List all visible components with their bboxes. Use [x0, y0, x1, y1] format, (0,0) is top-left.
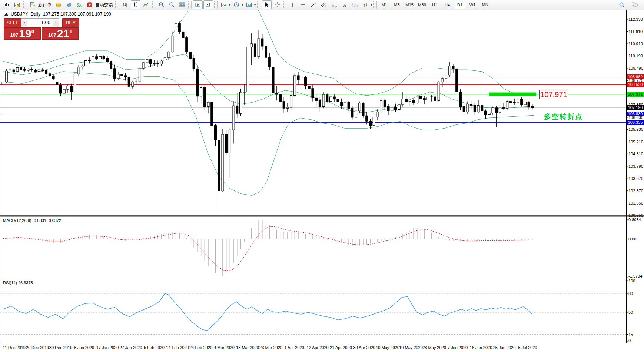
buy-price-big: 21	[57, 28, 69, 39]
timeframe-button-mn[interactable]: MN	[479, 1, 491, 9]
zoom-in-button[interactable]	[157, 0, 166, 9]
timeframe-button-h4[interactable]: H4	[441, 1, 454, 9]
candle-body	[178, 23, 180, 32]
candle-body	[77, 67, 80, 74]
shapes-button[interactable]	[361, 0, 370, 9]
candle-body	[344, 102, 346, 106]
date-label: 5 Feb 2020	[144, 345, 165, 350]
line-chart-button[interactable]	[141, 0, 151, 9]
volume-input[interactable]	[27, 18, 53, 26]
timeframe-button-m30[interactable]: M30	[416, 1, 428, 9]
periods-button[interactable]	[232, 0, 241, 9]
buy-price-display[interactable]: 107 21 1	[42, 27, 79, 40]
new-order-label: 新订单	[38, 2, 52, 8]
vline-button[interactable]	[288, 0, 298, 9]
candle-body	[52, 76, 54, 79]
periods-icon	[233, 2, 239, 8]
bar-chart-button[interactable]	[120, 0, 130, 9]
deposit-button[interactable]	[54, 0, 63, 9]
candle-body	[499, 107, 501, 113]
cursor-button[interactable]	[262, 0, 272, 9]
fibo-button[interactable]: F	[329, 0, 339, 9]
collapse-icon[interactable]	[4, 13, 8, 16]
pane-separator[interactable]	[0, 278, 644, 278]
signals-button[interactable]	[74, 0, 84, 9]
buy-button[interactable]: BUY	[62, 18, 79, 27]
candle-body	[175, 23, 177, 36]
toolbar-separator	[286, 1, 286, 9]
timeframe-button-m5[interactable]: M5	[391, 1, 403, 9]
indicators-button[interactable]	[219, 0, 229, 9]
autotrade-button[interactable]	[85, 0, 94, 9]
hline-button[interactable]	[298, 0, 308, 9]
chevron-down-icon[interactable]: ▾	[242, 3, 243, 7]
timeframe-button-w1[interactable]: W1	[466, 1, 479, 9]
candle-body	[330, 97, 332, 102]
pane-separator[interactable]	[0, 215, 644, 216]
candle-body	[222, 134, 224, 191]
toolbar-right-icons	[617, 0, 640, 9]
candle-body	[182, 32, 184, 37]
candle-body	[286, 107, 289, 108]
resistance-level-label[interactable]: 107.971	[539, 90, 568, 99]
candle-body	[225, 134, 228, 153]
toolbar-grip	[214, 1, 215, 8]
candle-body	[492, 108, 494, 113]
timeframe-button-h1[interactable]: H1	[428, 1, 441, 9]
date-label: 19 May 2020	[399, 345, 423, 350]
candlestick-button[interactable]	[131, 0, 140, 9]
autotrade-icon	[87, 2, 93, 8]
timeframe-button-m1[interactable]: M1	[378, 1, 391, 9]
time-axis-separator	[0, 343, 644, 343]
zoom-out-button[interactable]	[167, 0, 177, 9]
chevron-down-icon[interactable]: ▾	[229, 3, 230, 7]
volume-increase-button[interactable]: ▴	[53, 18, 59, 26]
indicators-icon	[221, 2, 227, 8]
candle-body	[481, 105, 483, 111]
chart-shift-button[interactable]	[203, 0, 213, 9]
candle-body	[467, 104, 469, 112]
candle-body	[283, 102, 285, 109]
resistance-highlight-bar[interactable]	[489, 93, 536, 96]
timeframe-button-d1[interactable]: D1	[454, 1, 466, 9]
bull-bear-turning-point-note[interactable]: 多空转折点	[544, 112, 583, 122]
candle-body	[67, 86, 69, 89]
date-label: 11 Dec 2019	[3, 345, 26, 350]
candle-body	[49, 74, 51, 76]
chat-button[interactable]	[630, 0, 639, 9]
sell-button[interactable]: SELL	[4, 18, 21, 27]
sell-price-display[interactable]: 107 19 0	[4, 27, 41, 40]
cloud-button[interactable]	[64, 0, 74, 9]
rsi-canvas[interactable]	[0, 279, 644, 342]
cloud-icon	[66, 2, 72, 8]
crosshair-button[interactable]	[272, 0, 282, 9]
candle-body	[96, 57, 98, 59]
templates-button[interactable]	[244, 0, 254, 9]
chart-ohlc-values: 107.275 107.390 107.091 107.190	[43, 11, 111, 17]
text-button[interactable]: A	[340, 0, 349, 9]
channel-button[interactable]: E	[319, 0, 329, 9]
tile-windows-button[interactable]	[177, 0, 187, 9]
auto-scroll-button[interactable]	[193, 0, 203, 9]
candlestick-icon	[133, 2, 139, 8]
macd-canvas[interactable]	[0, 217, 644, 278]
candle-body	[456, 69, 458, 92]
chevron-down-icon[interactable]: ▾	[254, 3, 256, 7]
label-button[interactable]: T	[350, 0, 360, 9]
search-button[interactable]	[617, 0, 627, 9]
profiles-button[interactable]	[12, 0, 22, 9]
volume-decrease-button[interactable]: ▾	[21, 18, 27, 26]
new-order-button[interactable]	[28, 0, 37, 9]
chevron-down-icon[interactable]: ▾	[371, 3, 372, 7]
autotrade-label: 自动交易	[95, 2, 113, 8]
candle-body	[531, 106, 534, 108]
candle-body	[337, 99, 339, 102]
candle-body	[301, 77, 303, 80]
trendline-button[interactable]	[309, 0, 318, 9]
timeframe-button-m15[interactable]: M15	[403, 1, 416, 9]
candle-body	[74, 74, 76, 92]
candle-body	[528, 102, 530, 107]
candle-body	[293, 76, 296, 95]
new-chart-button[interactable]	[2, 0, 11, 9]
sell-price-prefix: 107	[10, 32, 19, 38]
